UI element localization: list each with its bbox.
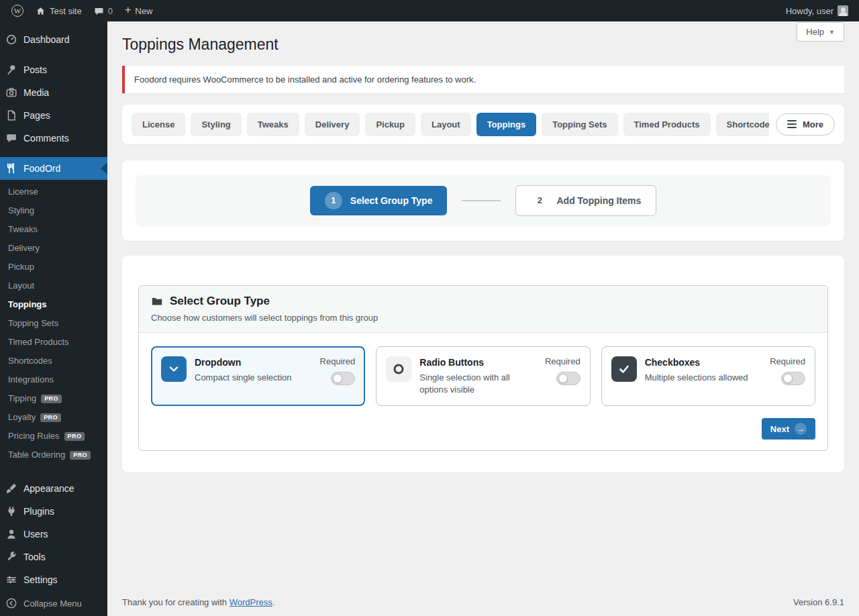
collapse-menu-button[interactable]: Collapse Menu bbox=[0, 591, 107, 616]
settings-tabs-bar: License Styling Tweaks Delivery Pickup L… bbox=[122, 105, 844, 144]
dashboard-icon bbox=[5, 34, 17, 46]
required-toggle[interactable] bbox=[781, 372, 805, 385]
tab-tweaks[interactable]: Tweaks bbox=[247, 113, 299, 136]
admin-footer: Thank you for creating with WordPress. V… bbox=[122, 597, 844, 616]
account-menu[interactable]: Howdy, user bbox=[786, 0, 848, 21]
required-toggle[interactable] bbox=[556, 372, 580, 385]
submenu-label: Shortcodes bbox=[8, 356, 52, 366]
sidebar-item-label: Plugins bbox=[23, 505, 54, 517]
submenu-label: Topping Sets bbox=[8, 319, 58, 328]
wordpress-link[interactable]: WordPress bbox=[230, 597, 272, 607]
comment-bubble-icon bbox=[94, 6, 104, 16]
sidebar-item-tools[interactable]: Tools bbox=[0, 546, 107, 568]
site-name-menu[interactable]: Test site bbox=[30, 0, 88, 21]
tab-license[interactable]: License bbox=[132, 113, 185, 136]
submenu-item-timed-products[interactable]: Timed Products bbox=[0, 333, 107, 352]
option-dropdown[interactable]: Dropdown Compact single selection Requir… bbox=[151, 346, 365, 406]
checkmark-icon bbox=[611, 356, 637, 382]
sidebar-item-posts[interactable]: Posts bbox=[0, 58, 107, 81]
group-type-options: Dropdown Compact single selection Requir… bbox=[151, 346, 815, 406]
submenu-item-integrations[interactable]: Integrations bbox=[0, 370, 107, 389]
submenu-item-pricing-rules[interactable]: Pricing RulesPRO bbox=[0, 427, 107, 446]
tab-styling[interactable]: Styling bbox=[191, 113, 241, 136]
tab-delivery[interactable]: Delivery bbox=[305, 113, 360, 136]
pro-badge: PRO bbox=[70, 451, 91, 460]
submenu-item-styling[interactable]: Styling bbox=[0, 201, 107, 220]
sidebar-item-foodord[interactable]: FoodOrd bbox=[0, 157, 107, 180]
sliders-icon bbox=[5, 574, 17, 586]
help-label: Help bbox=[806, 27, 824, 37]
more-tabs-button[interactable]: More bbox=[776, 113, 835, 136]
next-label: Next bbox=[770, 424, 789, 434]
sidebar-item-users[interactable]: Users bbox=[0, 523, 107, 546]
submenu-label: Tweaks bbox=[8, 225, 38, 234]
tab-timed-products[interactable]: Timed Products bbox=[623, 113, 711, 136]
foodord-submenu: License Styling Tweaks Delivery Pickup L… bbox=[0, 180, 107, 470]
menu-separator bbox=[0, 150, 107, 157]
toggle-knob bbox=[783, 374, 793, 383]
submenu-item-topping-sets[interactable]: Topping Sets bbox=[0, 314, 107, 333]
tab-pickup[interactable]: Pickup bbox=[365, 113, 415, 136]
wordpress-logo-menu[interactable]: W bbox=[5, 0, 30, 21]
submenu-item-layout[interactable]: Layout bbox=[0, 276, 107, 295]
sidebar-item-dashboard[interactable]: Dashboard bbox=[0, 28, 107, 51]
wordpress-logo-icon: W bbox=[11, 5, 23, 17]
main-content: Help ▼ Toppings Management Foodord requi… bbox=[107, 21, 859, 616]
option-checkboxes[interactable]: Checkboxes Multiple selections allowed R… bbox=[601, 346, 815, 406]
tab-topping-sets[interactable]: Topping Sets bbox=[542, 113, 617, 136]
group-type-card: Select Group Type Choose how customers w… bbox=[122, 256, 844, 472]
tab-layout[interactable]: Layout bbox=[421, 113, 471, 136]
sidebar-item-settings[interactable]: Settings bbox=[0, 568, 107, 591]
step-add-topping-items[interactable]: 2 Add Topping Items bbox=[515, 185, 656, 216]
sidebar-item-label: Dashboard bbox=[23, 34, 70, 46]
pro-badge: PRO bbox=[64, 432, 85, 441]
admin-bar: W Test site 0 + New Howdy, user bbox=[0, 0, 859, 21]
submenu-item-tipping[interactable]: TippingPRO bbox=[0, 389, 107, 408]
submenu-item-loyalty[interactable]: LoyaltyPRO bbox=[0, 408, 107, 427]
sidebar-item-label: Pages bbox=[23, 109, 50, 121]
submenu-label: Integrations bbox=[8, 375, 54, 384]
submenu-label: Styling bbox=[8, 206, 34, 215]
submenu-item-table-ordering[interactable]: Table OrderingPRO bbox=[0, 446, 107, 464]
submenu-item-license[interactable]: License bbox=[0, 183, 107, 201]
sidebar-item-appearance[interactable]: Appearance bbox=[0, 477, 107, 500]
active-menu-arrow bbox=[101, 162, 107, 174]
radio-circle-icon bbox=[386, 356, 411, 382]
panel-body: Dropdown Compact single selection Requir… bbox=[139, 333, 827, 450]
toggle-knob bbox=[558, 374, 568, 383]
chevron-down-icon: ▼ bbox=[829, 29, 835, 36]
sidebar-item-label: Settings bbox=[23, 574, 58, 586]
folder-icon bbox=[151, 295, 163, 307]
tab-shortcodes[interactable]: Shortcodes bbox=[716, 113, 769, 136]
submenu-item-tweaks[interactable]: Tweaks bbox=[0, 220, 107, 239]
speech-bubble-icon bbox=[5, 132, 17, 144]
submenu-label: Toppings bbox=[8, 300, 47, 309]
new-content-menu[interactable]: + New bbox=[119, 0, 158, 21]
more-label: More bbox=[803, 119, 823, 130]
step-select-group-type[interactable]: 1 Select Group Type bbox=[310, 186, 448, 215]
submenu-item-delivery[interactable]: Delivery bbox=[0, 239, 107, 258]
submenu-item-toppings[interactable]: Toppings bbox=[0, 295, 107, 314]
tab-toppings[interactable]: Toppings bbox=[476, 113, 537, 136]
help-dropdown[interactable]: Help ▼ bbox=[797, 22, 844, 42]
footer-version: Version 6.9.1 bbox=[793, 597, 844, 607]
sidebar-item-plugins[interactable]: Plugins bbox=[0, 500, 107, 523]
submenu-label: Table Ordering bbox=[8, 450, 65, 460]
required-toggle[interactable] bbox=[331, 372, 355, 385]
submenu-label: Pricing Rules bbox=[8, 431, 60, 441]
site-name-label: Test site bbox=[50, 6, 82, 16]
option-radio-buttons[interactable]: Radio Buttons Single selection with all … bbox=[376, 346, 590, 406]
sidebar-item-label: Media bbox=[23, 87, 49, 99]
sidebar-item-pages[interactable]: Pages bbox=[0, 104, 107, 127]
submenu-label: Loyalty bbox=[8, 413, 36, 422]
option-title: Checkboxes bbox=[645, 357, 762, 368]
sidebar-item-comments[interactable]: Comments bbox=[0, 127, 107, 150]
next-button[interactable]: Next → bbox=[762, 418, 815, 440]
submenu-item-shortcodes[interactable]: Shortcodes bbox=[0, 352, 107, 370]
submenu-item-pickup[interactable]: Pickup bbox=[0, 258, 107, 276]
comments-bubble-menu[interactable]: 0 bbox=[88, 0, 119, 21]
footer-period: . bbox=[272, 597, 275, 607]
sidebar-item-media[interactable]: Media bbox=[0, 81, 107, 104]
wrench-icon bbox=[5, 551, 17, 563]
stepper: 1 Select Group Type 2 Add Topping Items bbox=[136, 175, 831, 226]
